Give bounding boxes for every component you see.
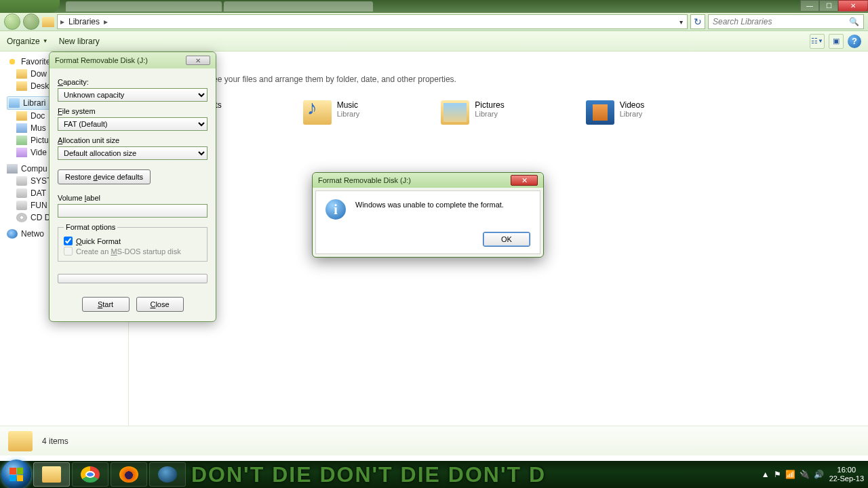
taskbar-explorer[interactable] — [33, 462, 70, 487]
taskbar: DON'T DIE DON'T DIE DON'T D ▲⚑📶🔌🔊 16:002… — [0, 461, 868, 488]
browser-tab[interactable] — [224, 1, 373, 12]
pictures-icon — [441, 100, 469, 125]
library-label: Pictures — [475, 100, 504, 110]
forward-button[interactable] — [23, 14, 39, 30]
volume-icon[interactable]: 🔊 — [814, 470, 824, 479]
restore-defaults-button[interactable]: Restore device defaults — [58, 169, 151, 184]
sidebar-label: FUN — [31, 201, 47, 210]
dialog-title: Format Removable Disk (J:) — [55, 56, 148, 64]
msdos-input — [64, 247, 73, 256]
chevron-down-icon[interactable]: ▾ — [679, 18, 687, 26]
minimize-button[interactable]: — — [800, 0, 819, 12]
view-menu-button[interactable]: ☷ ▼ — [810, 34, 825, 49]
library-type: Library — [475, 110, 504, 118]
dialog-close-button[interactable]: ✕ — [186, 56, 210, 65]
disk-icon — [16, 176, 27, 186]
filesystem-select[interactable]: FAT (Default) — [58, 117, 208, 131]
folder-icon — [16, 81, 27, 91]
breadcrumb[interactable]: ▸ Libraries ▸ ▾ — [57, 14, 688, 29]
library-pictures[interactable]: PicturesLibrary — [441, 100, 504, 125]
sidebar-label: Dow — [31, 69, 47, 79]
folder-icon — [8, 431, 33, 451]
filesystem-label: File system — [58, 107, 208, 115]
taskbar-chrome[interactable] — [72, 462, 108, 487]
maximize-button[interactable]: ☐ — [819, 0, 838, 12]
taskbar-firefox[interactable] — [111, 462, 147, 487]
music-icon — [16, 123, 27, 133]
search-input[interactable]: Search Libraries 🔍 — [708, 14, 864, 29]
library-type: Library — [337, 110, 360, 118]
app-icon — [158, 466, 177, 483]
chevron-right-icon: ▸ — [60, 17, 64, 26]
close-button[interactable]: Close — [136, 297, 184, 312]
messagebox-close-button[interactable]: ✕ — [511, 175, 538, 186]
search-icon: 🔍 — [849, 17, 859, 26]
allocation-label: Allocation unit size — [58, 136, 208, 144]
organize-menu[interactable]: Organize▼ — [7, 37, 48, 46]
refresh-button[interactable]: ↻ — [690, 14, 705, 29]
clock[interactable]: 16:0022-Sep-13 — [829, 466, 864, 483]
allocation-select[interactable]: Default allocation size — [58, 146, 208, 160]
sidebar-label: Librari — [23, 98, 45, 108]
progress-bar — [58, 274, 208, 283]
capacity-select[interactable]: Unknown capacity — [58, 88, 208, 102]
tray-icons[interactable]: ▲⚑📶🔌🔊 — [762, 470, 824, 479]
dialog-titlebar[interactable]: Format Removable Disk (J:) ✕ — [50, 52, 216, 68]
pictures-icon — [16, 136, 27, 145]
error-messagebox: Format Removable Disk (J:) ✕ i Windows w… — [312, 172, 544, 258]
flag-icon[interactable]: ⚑ — [774, 470, 781, 479]
power-icon[interactable]: 🔌 — [800, 470, 810, 479]
format-options-group: Format options Quick Format Create an MS… — [58, 223, 208, 262]
network-icon[interactable]: 📶 — [785, 470, 795, 479]
sidebar-label: Netwo — [21, 229, 44, 239]
page-title: Libraries — [146, 61, 850, 73]
back-button[interactable] — [4, 14, 20, 30]
library-music[interactable]: MusicLibrary — [303, 100, 360, 125]
system-tray[interactable]: ▲⚑📶🔌🔊 16:0022-Sep-13 — [757, 466, 868, 483]
organize-label: Organize — [7, 37, 40, 46]
documents-icon — [16, 111, 27, 121]
item-count: 4 items — [42, 436, 68, 446]
capacity-label: Capacity: — [58, 78, 208, 86]
page-subtitle: Open a library to see your files and arr… — [146, 75, 850, 84]
disk-icon — [16, 201, 27, 210]
taskbar-app[interactable] — [149, 462, 186, 487]
ok-button[interactable]: OK — [483, 232, 530, 247]
window-controls: — ☐ ✕ — [800, 0, 868, 12]
start-button[interactable]: Start — [82, 297, 130, 312]
library-videos[interactable]: VideosLibrary — [586, 100, 644, 125]
folder-icon — [16, 69, 27, 79]
quick-format-checkbox[interactable]: Quick Format — [64, 237, 201, 245]
sidebar-label: DAT — [31, 188, 46, 198]
sidebar-label: CD D — [31, 213, 50, 222]
library-label: Music — [337, 100, 360, 110]
quick-format-input[interactable] — [64, 237, 73, 245]
chevron-up-icon[interactable]: ▲ — [762, 470, 770, 479]
volume-label-input[interactable] — [58, 204, 208, 218]
help-button[interactable]: ? — [848, 35, 861, 48]
new-library-label: New library — [59, 37, 100, 46]
format-dialog: Format Removable Disk (J:) ✕ Capacity: U… — [49, 52, 216, 322]
sidebar-label: Pictu — [31, 136, 49, 145]
new-library-button[interactable]: New library — [59, 37, 100, 46]
window-close-button[interactable]: ✕ — [838, 0, 868, 12]
volume-label-label: Volume label — [58, 194, 208, 202]
date: 22-Sep-13 — [829, 474, 864, 483]
browser-tab[interactable] — [66, 1, 222, 12]
start-button[interactable] — [1, 460, 31, 488]
chevron-right-icon: ▸ — [104, 17, 108, 26]
sidebar-label: Desk — [31, 81, 49, 91]
time: 16:00 — [829, 466, 864, 474]
taskbar-marquee: DON'T DIE DON'T DIE DON'T D — [186, 462, 757, 487]
cd-icon — [16, 213, 27, 222]
messagebox-titlebar[interactable]: Format Removable Disk (J:) ✕ — [313, 173, 543, 188]
library-label: Videos — [620, 100, 644, 110]
libraries-icon — [9, 98, 20, 108]
crumb-libraries[interactable]: Libraries — [68, 17, 100, 26]
sidebar-label: Doc — [31, 111, 45, 121]
preview-pane-button[interactable]: ▣ — [829, 34, 844, 49]
library-type: Library — [620, 110, 644, 118]
firefox-icon — [119, 466, 138, 483]
browser-titlebar — [0, 0, 868, 13]
explorer-nav-bar: ▸ Libraries ▸ ▾ ↻ Search Libraries 🔍 — [0, 13, 868, 31]
